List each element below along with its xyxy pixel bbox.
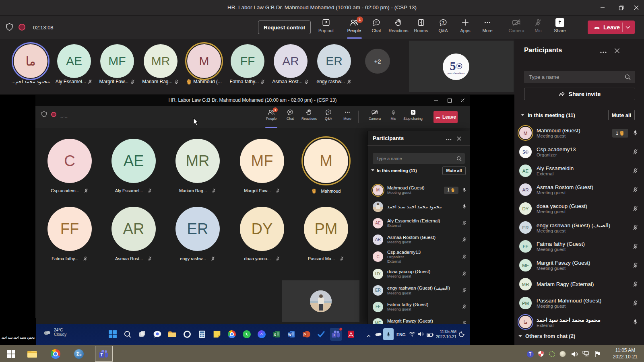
- participant-row[interactable]: 5Csp.academy13Organizer: [514, 142, 644, 161]
- inner-toolbar-more[interactable]: More: [338, 109, 357, 125]
- toolbar-popout[interactable]: Pop out: [315, 18, 337, 37]
- participant-row[interactable]: PMPassant Mahmoud (Guest)Meeting guest: [514, 294, 644, 313]
- grid-participant-tile[interactable]: ER: [175, 207, 220, 251]
- w11-chat-icon[interactable]: [151, 328, 163, 341]
- inner-toolbar-stop-sharing[interactable]: Stop sharing: [402, 109, 424, 125]
- presenter-video-tile[interactable]: 5 years of excellence: [409, 41, 514, 92]
- in-this-meeting-header[interactable]: In this meeting (11) Mute all: [518, 110, 640, 120]
- inner-toolbar-qa[interactable]: ?Q&A: [319, 109, 338, 125]
- inner-leave-button[interactable]: Leave: [433, 111, 458, 123]
- inner-minimize-button[interactable]: [430, 95, 442, 106]
- participant-row[interactable]: مامحمود محمد احمد سيد احمدExternal: [514, 313, 644, 331]
- grid-participant-tile[interactable]: PM: [304, 207, 348, 251]
- toolbar-camera[interactable]: Camera: [505, 18, 528, 37]
- self-video-tile[interactable]: [282, 280, 359, 322]
- toolbar-reactions[interactable]: Reactions: [387, 18, 410, 37]
- participant-row[interactable]: MRMariam Ragy (External): [514, 275, 644, 294]
- participant-row[interactable]: MFMargrit Fawzy (Guest)Meeting guest: [514, 256, 644, 275]
- taskbar-mic-button[interactable]: [383, 328, 394, 340]
- strip-avatar[interactable]: MF: [100, 44, 134, 78]
- battery-icon[interactable]: [427, 331, 433, 339]
- grid-participant-tile[interactable]: MR: [175, 139, 220, 183]
- w11-messenger-icon[interactable]: [256, 328, 268, 341]
- leave-button[interactable]: Leave: [588, 21, 635, 34]
- w11-word-icon[interactable]: W: [285, 328, 297, 341]
- volume-icon[interactable]: [418, 331, 424, 338]
- grid-participant-tile[interactable]: AR: [111, 207, 156, 251]
- strip-avatar[interactable]: AE: [57, 44, 91, 78]
- w11-excel-icon[interactable]: X: [270, 328, 283, 341]
- w11-ppt-icon[interactable]: P: [300, 328, 312, 341]
- inner-clock[interactable]: 11:05 AM2022-10-21: [436, 329, 456, 339]
- w11-taskview-icon[interactable]: [136, 328, 149, 341]
- strip-avatar[interactable]: MR: [144, 44, 178, 78]
- leave-chevron-icon[interactable]: [625, 26, 630, 29]
- inner-participant-row[interactable]: ERengy rashwan (Guest) (الضيف)Meeting gu…: [367, 282, 470, 298]
- inner-toolbar-people[interactable]: People1: [262, 109, 281, 125]
- inner-participant-row[interactable]: FFFatma fathy (Guest)Meeting guest: [367, 298, 470, 315]
- inner-participant-row[interactable]: MFMargrit Fawzy (Guest)Meeting guest: [367, 315, 470, 324]
- grid-participant-tile[interactable]: AE: [111, 139, 156, 183]
- grid-participant-tile[interactable]: C: [47, 139, 92, 183]
- inner-participant-row[interactable]: MMahmoud (Guest)Meeting guest1: [367, 182, 470, 198]
- w11-whatsapp-icon[interactable]: [241, 328, 253, 341]
- tray-defender-icon[interactable]: [537, 350, 545, 358]
- share-invite-button[interactable]: Share invite: [524, 88, 635, 100]
- grid-participant-tile[interactable]: DY: [240, 207, 284, 251]
- file-explorer-icon[interactable]: [25, 347, 39, 361]
- strip-avatar[interactable]: ما: [14, 44, 47, 78]
- panel-more-icon[interactable]: [600, 49, 607, 56]
- language-indicator[interactable]: ENG: [396, 332, 406, 337]
- minimize-button[interactable]: [596, 0, 609, 15]
- w11-folder-icon[interactable]: [166, 328, 178, 341]
- tray-volume-icon[interactable]: [570, 350, 578, 358]
- grid-participant-tile[interactable]: MF: [240, 139, 284, 183]
- strip-avatar[interactable]: FF: [231, 44, 264, 78]
- tray-app-icon[interactable]: [559, 350, 567, 358]
- weather-widget[interactable]: 24°CCloudy: [43, 328, 66, 337]
- inner-toolbar-chat[interactable]: Chat: [281, 109, 299, 125]
- taskbar-clock[interactable]: 11:05 AM 2022-10-21: [613, 347, 638, 360]
- onedrive-icon[interactable]: [375, 331, 382, 338]
- inner-toolbar-reactions[interactable]: Reactions: [300, 109, 318, 125]
- night-mode-icon[interactable]: [459, 331, 465, 338]
- mute-all-button[interactable]: Mute all: [608, 110, 635, 120]
- w11-teams-icon[interactable]: T: [330, 328, 342, 341]
- inner-close-button[interactable]: [457, 95, 469, 106]
- toolbar-apps[interactable]: Apps: [454, 18, 477, 37]
- w11-calc-icon[interactable]: [196, 328, 208, 341]
- grid-participant-tile[interactable]: FF: [47, 207, 92, 251]
- toolbar-more[interactable]: More: [476, 18, 499, 37]
- inner-participant-row[interactable]: CCsp.academy13OrganizerExternal: [367, 248, 470, 265]
- inner-toolbar-mic[interactable]: Mic: [382, 109, 404, 125]
- inner-participant-row[interactable]: ARAsmaa Rostom (Guest)Meeting guest: [367, 231, 470, 248]
- smath-icon[interactable]: Σα: [72, 347, 86, 361]
- toolbar-chat[interactable]: Chat: [365, 18, 388, 37]
- inner-participant-row[interactable]: محمود محمد احمد سيد احمد: [367, 198, 470, 215]
- inner-panel-more-icon[interactable]: [446, 136, 452, 143]
- w11-start-icon[interactable]: [107, 328, 119, 341]
- strip-avatar[interactable]: M: [187, 44, 221, 78]
- tray-network-icon[interactable]: [582, 350, 590, 358]
- toolbar-people[interactable]: People1: [343, 18, 365, 37]
- inner-section-header[interactable]: In this meeting (11) Mute all: [371, 168, 466, 173]
- toolbar-rooms[interactable]: Rooms: [410, 18, 432, 37]
- w11-search-icon[interactable]: [122, 328, 134, 341]
- w11-adobe-icon[interactable]: [345, 328, 357, 341]
- participant-row[interactable]: ERengy rashwan (Guest) (الضيف)Meeting gu…: [514, 218, 644, 237]
- teams-taskbar-active[interactable]: T: [95, 346, 113, 362]
- tray-chevron-icon[interactable]: [367, 332, 371, 339]
- strip-avatar[interactable]: ER: [317, 44, 351, 78]
- more-participants-bubble[interactable]: +2: [365, 49, 390, 74]
- w11-notes-icon[interactable]: [211, 328, 223, 341]
- toolbar-mic[interactable]: Mic: [527, 18, 549, 37]
- request-control-button[interactable]: Request control: [258, 21, 311, 34]
- participant-row[interactable]: MMahmoud (Guest)Meeting guest1: [514, 123, 644, 142]
- restore-button[interactable]: [614, 0, 628, 15]
- inner-search-input[interactable]: Type a name: [373, 153, 465, 164]
- chrome-icon[interactable]: [48, 347, 63, 361]
- participant-row[interactable]: AEAly EssameldinExternal: [514, 161, 644, 180]
- toolbar-share[interactable]: Share: [549, 18, 571, 37]
- others-from-chat-header[interactable]: Others from chat (2): [518, 333, 575, 339]
- participant-row[interactable]: DYdoaa yacoup (Guest)Meeting guest: [514, 199, 644, 218]
